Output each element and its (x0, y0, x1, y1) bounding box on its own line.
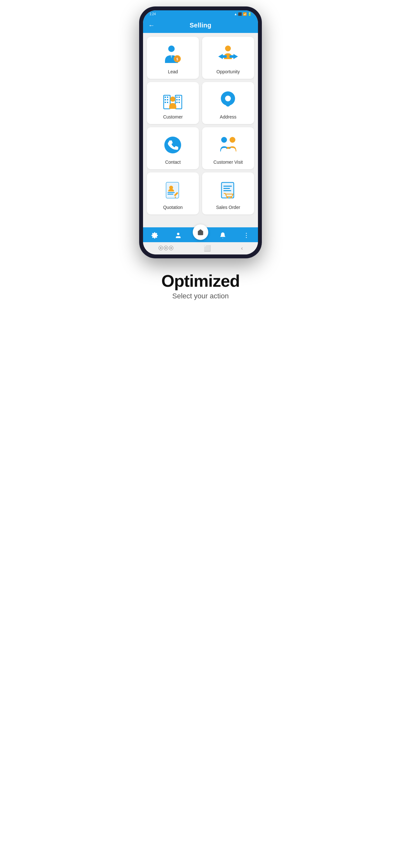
address-icon (217, 89, 240, 111)
home-nav-item[interactable] (193, 224, 208, 240)
svg-point-37 (227, 197, 228, 198)
svg-point-40 (246, 233, 247, 234)
svg-rect-36 (223, 190, 231, 191)
sales-order-label: Sales Order (216, 205, 240, 210)
opportunity-label: Opportunity (216, 69, 240, 74)
customer-icon (162, 89, 184, 111)
svg-rect-10 (165, 102, 166, 103)
sales-order-icon (217, 179, 240, 202)
svg-rect-17 (176, 102, 178, 103)
svg-rect-15 (176, 99, 178, 100)
grid-item-sales-order[interactable]: Sales Order (202, 173, 254, 214)
svg-rect-6 (165, 97, 166, 98)
svg-rect-26 (227, 147, 230, 149)
grid-item-customer[interactable]: Customer (147, 82, 199, 124)
phone-device: 1:24 ▲ ⬛ 📶 🔋 ← Selling (139, 6, 262, 258)
grid-item-quotation[interactable]: Quotation (147, 173, 199, 214)
svg-rect-11 (167, 102, 168, 103)
customer-visit-icon (217, 134, 240, 156)
svg-rect-7 (167, 97, 168, 98)
svg-point-39 (177, 233, 179, 235)
svg-point-24 (229, 137, 235, 143)
android-nav-bar: ⦿⦿⦿ ⬜ ‹ (143, 242, 258, 254)
svg-rect-9 (167, 99, 168, 100)
svg-rect-14 (179, 97, 180, 98)
contact-label: Contact (165, 159, 181, 165)
grid-item-contact[interactable]: Contact (147, 127, 199, 169)
back-button[interactable]: ← (148, 22, 155, 29)
svg-rect-31 (167, 194, 174, 195)
quotation-label: Quotation (163, 205, 183, 210)
svg-rect-13 (176, 97, 178, 98)
svg-rect-8 (165, 99, 166, 100)
svg-point-42 (246, 237, 247, 238)
grid-item-address[interactable]: Address (202, 82, 254, 124)
grid-item-opportunity[interactable]: Opportunity (202, 37, 254, 79)
svg-rect-34 (223, 186, 232, 187)
svg-point-41 (246, 235, 247, 236)
svg-rect-16 (179, 99, 180, 100)
app-header: ← Selling (143, 18, 258, 33)
svg-point-38 (230, 197, 232, 198)
lead-icon: $ (162, 43, 184, 66)
svg-point-21 (225, 96, 231, 101)
customer-visit-label: Customer Visit (213, 159, 243, 165)
lead-label: Lead (168, 69, 178, 74)
svg-rect-30 (167, 192, 175, 193)
profile-nav-item[interactable] (169, 230, 187, 240)
android-back-icon[interactable]: ‹ (241, 245, 243, 251)
optimized-heading: Optimized (161, 271, 240, 290)
content-area: $ Lead (143, 33, 258, 227)
status-icons: ▲ ⬛ 📶 🔋 (234, 12, 251, 16)
svg-point-19 (170, 97, 175, 102)
optimized-subtitle: Select your action (161, 292, 240, 300)
settings-nav-item[interactable] (146, 230, 163, 240)
svg-rect-18 (179, 102, 180, 103)
address-label: Address (220, 114, 236, 120)
contact-icon (162, 134, 184, 156)
bottom-navigation (143, 227, 258, 242)
grid-item-lead[interactable]: $ Lead (147, 37, 199, 79)
svg-point-4 (225, 45, 231, 51)
status-bar: 1:24 ▲ ⬛ 📶 🔋 (143, 10, 258, 18)
bottom-text-section: Optimized Select your action (161, 271, 240, 300)
quotation-icon (162, 179, 184, 202)
more-nav-item[interactable] (238, 230, 255, 240)
svg-point-22 (164, 136, 181, 153)
customer-label: Customer (163, 114, 183, 120)
page-title: Selling (189, 22, 212, 29)
menu-grid: $ Lead (147, 37, 254, 214)
grid-item-customer-visit[interactable]: Customer Visit (202, 127, 254, 169)
svg-rect-35 (223, 188, 230, 189)
phone-screen: 1:24 ▲ ⬛ 📶 🔋 ← Selling (143, 10, 258, 254)
android-home-icon[interactable]: ⬜ (204, 245, 211, 252)
svg-text:$: $ (176, 58, 178, 61)
status-time: 1:24 (150, 12, 156, 16)
notifications-nav-item[interactable] (214, 230, 232, 240)
svg-point-0 (168, 45, 175, 52)
android-recent-icon[interactable]: ⦿⦿⦿ (158, 245, 174, 251)
opportunity-icon (217, 43, 240, 66)
svg-point-23 (221, 137, 227, 143)
